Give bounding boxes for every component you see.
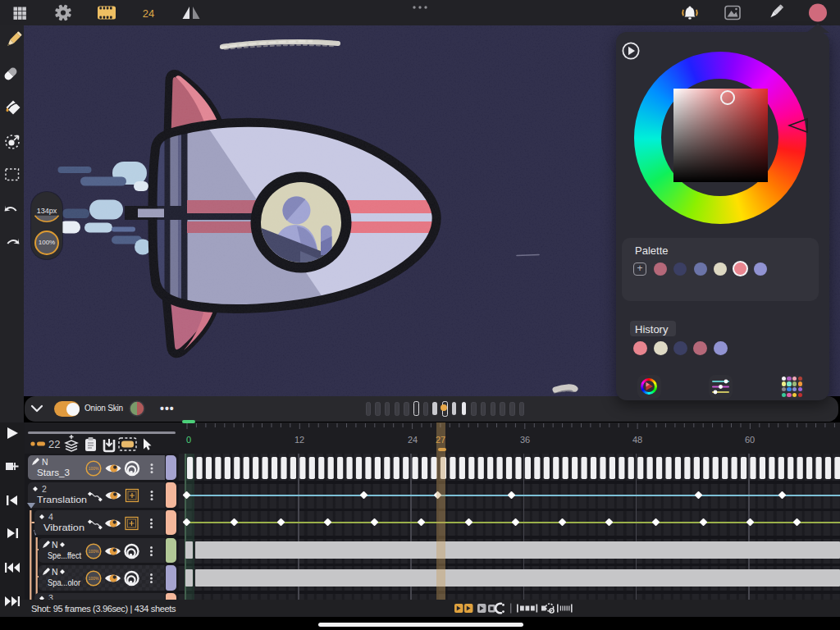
svg-text:N: N <box>52 540 58 550</box>
svg-text:22: 22 <box>48 438 60 450</box>
svg-text:100%: 100% <box>89 577 99 581</box>
svg-text:2: 2 <box>42 484 47 494</box>
svg-text:N: N <box>42 457 48 467</box>
svg-text:Spe...ffect: Spe...ffect <box>48 550 81 560</box>
svg-text:100%: 100% <box>88 467 98 471</box>
svg-text:4: 4 <box>48 512 53 522</box>
svg-text:Stars_3: Stars_3 <box>37 468 70 477</box>
svg-text:24: 24 <box>143 7 154 20</box>
svg-text:100%: 100% <box>89 550 99 554</box>
svg-text:Vibration: Vibration <box>43 523 84 532</box>
svg-text:Spa...olor: Spa...olor <box>48 578 80 587</box>
svg-text:N: N <box>52 567 58 577</box>
